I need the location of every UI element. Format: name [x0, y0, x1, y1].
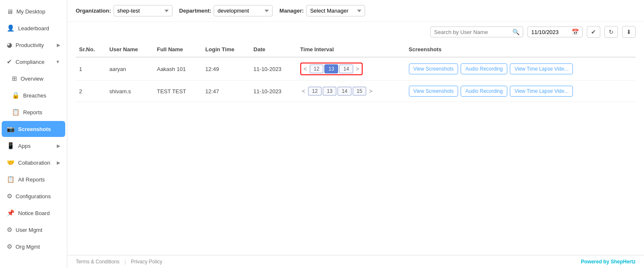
action-btn-1[interactable]: Audio Recording	[461, 86, 507, 97]
user-mgmt-icon: ⚙	[7, 226, 12, 234]
action-btn-1[interactable]: Audio Recording	[461, 63, 507, 74]
dept-select[interactable]: development	[214, 5, 273, 16]
sidebar-item-label: Collaboration	[18, 160, 50, 166]
sidebar-item-label: Productivity	[16, 42, 44, 48]
org-label: Organization:	[76, 8, 111, 14]
chevron-down-icon: ▼	[56, 59, 60, 64]
interval-next-btn[interactable]: >	[354, 65, 361, 73]
col-screenshots: Screenshots	[405, 42, 636, 57]
download-button[interactable]: ⬇	[622, 26, 636, 38]
footer-links: Terms & Conditions | Privacy Policy	[76, 259, 162, 265]
org-mgmt-icon: ⚙	[7, 243, 12, 250]
search-input[interactable]	[434, 29, 510, 35]
apps-icon: 📱	[7, 142, 15, 150]
sidebar-item-label: All Reports	[18, 176, 45, 183]
privacy-link[interactable]: Privacy Policy	[131, 259, 162, 265]
leaderboard-icon: 👤	[7, 24, 15, 32]
table-row: 2shivam.sTEST TEST12:4711-10-2023<121314…	[76, 81, 636, 102]
sidebar-item-label: User Mgmt	[16, 227, 42, 233]
terms-link[interactable]: Terms & Conditions	[76, 259, 119, 265]
dept-filter: Department: development	[179, 5, 273, 16]
sidebar-item-my-desktop[interactable]: 🖥 My Desktop	[2, 4, 65, 19]
main-content: Organization: shep-test Department: deve…	[67, 0, 644, 268]
check-button[interactable]: ✔	[587, 26, 600, 38]
sidebar-item-breaches[interactable]: 🔒 Breaches	[2, 87, 65, 103]
chevron-right-icon: ▶	[57, 42, 60, 48]
sidebar-item-label: Notice Board	[18, 210, 50, 216]
overview-icon: ⊞	[12, 75, 17, 82]
interval-chip[interactable]: 13	[323, 87, 337, 96]
cell-actions: View ScreenshotsAudio RecordingView Time…	[405, 57, 636, 81]
screenshots-icon: 📷	[7, 125, 15, 133]
sidebar-item-apps[interactable]: 📱 Apps ▶	[2, 138, 65, 154]
cell-username: aaryan	[106, 57, 154, 81]
cell-fullname: TEST TEST	[154, 81, 202, 102]
reports-icon: 📋	[12, 108, 20, 116]
sidebar-item-label: Apps	[18, 143, 31, 149]
cell-interval: <121314>	[297, 57, 405, 81]
cell-logintime: 12:47	[202, 81, 250, 102]
search-icon: 🔍	[512, 29, 519, 35]
cell-date: 11-10-2023	[250, 81, 297, 102]
cell-logintime: 12:49	[202, 57, 250, 81]
cell-actions: View ScreenshotsAudio RecordingView Time…	[405, 81, 636, 102]
action-btn-0[interactable]: View Screenshots	[409, 63, 458, 74]
productivity-icon: ◕	[7, 41, 12, 49]
desktop-icon: 🖥	[7, 8, 13, 15]
sidebar-item-screenshots[interactable]: 📷 Screenshots	[2, 121, 65, 137]
sidebar-item-org-mgmt[interactable]: ⚙ Org Mgmt	[2, 239, 65, 255]
notice-board-icon: 📌	[7, 209, 15, 217]
cell-srno: 2	[76, 81, 106, 102]
footer: Terms & Conditions | Privacy Policy Powe…	[67, 255, 644, 268]
refresh-button[interactable]: ↻	[604, 26, 618, 38]
cell-fullname: Aakash 101	[154, 57, 202, 81]
interval-chip[interactable]: 14	[339, 64, 353, 74]
calendar-icon[interactable]: 📅	[572, 29, 579, 35]
sidebar-item-label: Leaderboard	[18, 25, 49, 32]
sidebar-item-all-reports[interactable]: 📋 All Reports	[2, 171, 65, 187]
sidebar: 🖥 My Desktop 👤 Leaderboard ◕ Productivit…	[0, 0, 67, 268]
interval-chip[interactable]: 12	[308, 87, 322, 96]
sidebar-item-label: Org Mgmt	[16, 244, 40, 250]
sidebar-item-productivity[interactable]: ◕ Productivity ▶	[2, 37, 65, 53]
interval-prev-btn[interactable]: <	[300, 87, 307, 95]
col-fullname: Full Name	[154, 42, 202, 57]
all-reports-icon: 📋	[7, 176, 15, 183]
sidebar-item-configurations[interactable]: ⚙ Configurations	[2, 188, 65, 204]
date-wrap: 📅	[527, 26, 583, 37]
interval-chip[interactable]: 15	[352, 87, 366, 96]
mgr-select[interactable]: Select Manager	[306, 5, 365, 16]
interval-prev-btn[interactable]: <	[302, 65, 309, 73]
sidebar-item-user-mgmt[interactable]: ⚙ User Mgmt	[2, 222, 65, 238]
sidebar-item-reports[interactable]: 📋 Reports	[2, 104, 65, 120]
sidebar-item-overview[interactable]: ⊞ Overview	[2, 71, 65, 87]
sidebar-item-label: Overview	[21, 76, 43, 82]
interval-chip[interactable]: 12	[310, 64, 323, 74]
sidebar-item-leaderboard[interactable]: 👤 Leaderboard	[2, 20, 65, 36]
org-filter: Organization: shep-test	[76, 5, 172, 16]
breaches-icon: 🔒	[12, 92, 20, 99]
sidebar-item-collaboration[interactable]: 🤝 Collaboration ▶	[2, 155, 65, 171]
collaboration-icon: 🤝	[7, 159, 15, 166]
sidebar-item-label: Reports	[23, 109, 42, 116]
sidebar-item-label: Breaches	[23, 92, 46, 99]
org-select[interactable]: shep-test	[114, 5, 172, 16]
sidebar-item-label: Configurations	[16, 193, 51, 200]
interval-chip[interactable]: 13	[324, 64, 338, 74]
action-btn-2[interactable]: View Time Lapse Vide...	[510, 86, 573, 97]
interval-chip[interactable]: 14	[337, 87, 351, 96]
search-wrap: 🔍	[430, 26, 523, 37]
chevron-right-icon: ▶	[57, 143, 60, 149]
search-bar: 🔍 📅 ✔ ↻ ⬇	[67, 22, 644, 42]
table-header-row: Sr.No. User Name Full Name Login Time Da…	[76, 42, 636, 57]
compliance-icon: ✔	[7, 58, 12, 66]
sidebar-item-notice-board[interactable]: 📌 Notice Board	[2, 205, 65, 221]
date-input[interactable]	[531, 29, 569, 35]
sidebar-item-compliance[interactable]: ✔ Compliance ▼	[2, 54, 65, 70]
interval-next-btn[interactable]: >	[367, 87, 374, 95]
footer-brand: Powered by ShepHertz	[581, 259, 636, 265]
action-btn-2[interactable]: View Time Lapse Vide...	[510, 63, 573, 74]
dept-label: Department:	[179, 8, 212, 14]
action-btn-0[interactable]: View Screenshots	[409, 86, 458, 97]
cell-interval: <12131415>	[297, 81, 405, 102]
